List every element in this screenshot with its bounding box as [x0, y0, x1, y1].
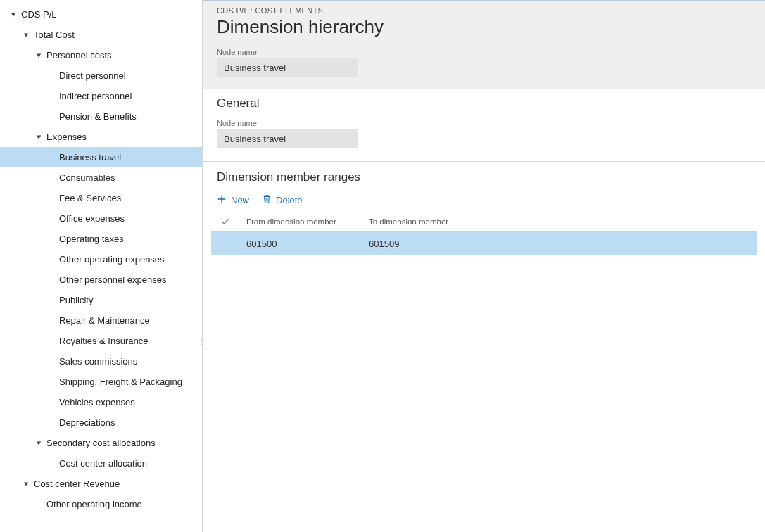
tree-item-label: Cost center Revenue	[34, 479, 120, 489]
from-column-header: From dimension member	[239, 217, 366, 226]
tree-item[interactable]: Depreciations	[0, 412, 202, 433]
caret-down-icon[interactable]	[23, 481, 30, 487]
tree-item-label: Direct personnel	[59, 70, 126, 81]
delete-button[interactable]: Delete	[262, 194, 303, 206]
caret-down-icon[interactable]	[35, 134, 42, 140]
tree-item[interactable]: Repair & Maintenance	[0, 310, 202, 331]
tree-item-label: Cost center allocation	[59, 458, 147, 469]
tree-item-label: Royalties & Insurance	[59, 336, 148, 346]
page-header: CDS P/L : COST ELEMENTS Dimension hierar…	[203, 0, 765, 89]
tree-item-label: Other operating expenses	[59, 254, 165, 265]
grid-row[interactable]: 601500601509	[211, 232, 757, 255]
tree-item-label: Pension & Benefits	[59, 111, 137, 122]
check-column-header	[211, 217, 239, 226]
tree-item-label: Secondary cost allocations	[46, 438, 156, 448]
tree-item[interactable]: Secondary cost allocations	[0, 433, 202, 453]
tree-item[interactable]: Expenses	[0, 127, 202, 147]
tree-item[interactable]: Sales commissions	[0, 351, 202, 372]
tree-item-label: Other operating income	[46, 499, 142, 509]
tree-item-label: Shipping, Freight & Packaging	[59, 376, 182, 387]
to-cell[interactable]: 601509	[366, 239, 507, 249]
tree-item[interactable]: CDS P/L	[0, 4, 202, 25]
tree-item-label: Indirect personnel	[59, 91, 132, 101]
tree-item[interactable]: Business travel	[0, 147, 202, 167]
tree-item[interactable]: Personnel costs	[0, 45, 202, 65]
header-node-name-label: Node name	[217, 48, 751, 56]
tree-item-label: Office expenses	[59, 213, 125, 224]
page-title: Dimension hierarchy	[217, 16, 751, 38]
tree-item-label: Total Cost	[34, 30, 75, 40]
header-node-name-input[interactable]	[217, 58, 358, 77]
tree-item-label: Other personnel expenses	[59, 274, 166, 285]
trash-icon	[262, 194, 272, 206]
tree-item[interactable]: Office expenses	[0, 208, 202, 229]
tree-item-label: Sales commissions	[59, 356, 137, 367]
to-column-header: To dimension member	[366, 217, 507, 226]
tree-item-label: Operating taxes	[59, 234, 124, 244]
tree-item-label: Publicity	[59, 295, 93, 305]
ranges-grid: From dimension member To dimension membe…	[211, 212, 757, 255]
detail-panel: CDS P/L : COST ELEMENTS Dimension hierar…	[203, 0, 765, 532]
tree-item[interactable]: Other operating income	[0, 494, 202, 514]
from-cell[interactable]: 601500	[239, 239, 366, 249]
ranges-section: Dimension member ranges New Delete Fro	[203, 162, 765, 255]
tree-item-label: Vehicles expenses	[59, 397, 135, 407]
tree-item[interactable]: Publicity	[0, 290, 202, 310]
tree-item[interactable]: Cost center allocation	[0, 453, 202, 474]
plus-icon	[217, 194, 227, 206]
general-node-name-input[interactable]	[217, 129, 358, 148]
tree-item-label: Business travel	[59, 152, 121, 163]
tree-item[interactable]: Consumables	[0, 167, 202, 188]
tree-item[interactable]: Royalties & Insurance	[0, 331, 202, 351]
tree-item[interactable]: Pension & Benefits	[0, 106, 202, 127]
hierarchy-tree-panel: CDS P/LTotal CostPersonnel costsDirect p…	[0, 0, 203, 532]
splitter-handle[interactable]: ⋮	[198, 338, 203, 346]
tree-item-label: Repair & Maintenance	[59, 315, 150, 326]
tree-item[interactable]: Other personnel expenses	[0, 270, 202, 290]
delete-button-label: Delete	[276, 195, 303, 205]
tree-item[interactable]: Indirect personnel	[0, 86, 202, 106]
tree-item[interactable]: Fee & Services	[0, 188, 202, 208]
tree-item[interactable]: Operating taxes	[0, 229, 202, 249]
general-node-name-label: Node name	[217, 119, 751, 127]
tree-item-label: Consumables	[59, 172, 115, 183]
tree-item-label: Fee & Services	[59, 193, 121, 203]
new-button-label: New	[231, 195, 249, 205]
caret-down-icon[interactable]	[23, 32, 30, 38]
general-section: General Node name	[203, 89, 765, 162]
new-button[interactable]: New	[217, 194, 249, 206]
grid-header: From dimension member To dimension membe…	[211, 212, 757, 232]
tree-item-label: Depreciations	[59, 417, 115, 428]
tree-item[interactable]: Direct personnel	[0, 65, 202, 86]
general-section-title: General	[203, 89, 765, 115]
caret-down-icon[interactable]	[35, 53, 42, 58]
tree-item[interactable]: Cost center Revenue	[0, 474, 202, 494]
breadcrumb: CDS P/L : COST ELEMENTS	[217, 6, 751, 15]
tree-item[interactable]: Shipping, Freight & Packaging	[0, 372, 202, 392]
tree-item[interactable]: Vehicles expenses	[0, 392, 202, 412]
tree-item-label: Expenses	[46, 132, 87, 142]
tree-item-label: Personnel costs	[46, 50, 112, 61]
tree-item-label: CDS P/L	[21, 9, 57, 20]
caret-down-icon[interactable]	[35, 441, 42, 446]
tree-item[interactable]: Other operating expenses	[0, 249, 202, 270]
ranges-section-title: Dimension member ranges	[203, 162, 765, 189]
caret-down-icon[interactable]	[10, 12, 17, 18]
tree-item[interactable]: Total Cost	[0, 25, 202, 45]
